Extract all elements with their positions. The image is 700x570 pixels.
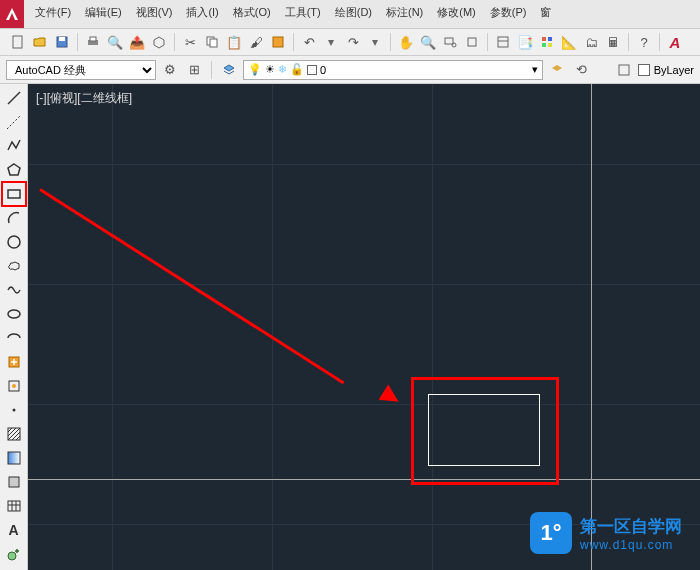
pan-button[interactable]: ✋ [396, 32, 416, 52]
menu-tools[interactable]: 工具(T) [285, 5, 321, 25]
undo-dropdown[interactable]: ▾ [321, 32, 341, 52]
annotation-arrow [39, 188, 344, 384]
viewport-label[interactable]: [-][俯视][二维线框] [36, 90, 132, 107]
workspace-toolbar: AutoCAD 经典 ⚙ ⊞ 💡 ☀ ❄ 🔓 0 ▾ ⟲ [0, 56, 700, 84]
color-button[interactable] [614, 60, 634, 80]
polygon-tool[interactable] [4, 160, 24, 180]
design-center-button[interactable]: 🗂 [581, 32, 601, 52]
text-style-button[interactable]: A [665, 32, 685, 52]
zoom-previous-button[interactable] [462, 32, 482, 52]
watermark-title: 第一区自学网 [580, 515, 682, 538]
new-button[interactable] [8, 32, 28, 52]
paste-button[interactable]: 📋 [224, 32, 244, 52]
ellipse-arc-tool[interactable] [4, 328, 24, 348]
rectangle-tool[interactable] [4, 184, 24, 204]
sun-icon: ☀ [265, 63, 275, 76]
svg-rect-13 [542, 37, 546, 41]
menu-dimension[interactable]: 标注(N) [386, 5, 423, 25]
menu-view[interactable]: 视图(V) [136, 5, 173, 25]
tool-palette-button[interactable] [537, 32, 557, 52]
svg-rect-35 [8, 501, 20, 511]
make-block-tool[interactable] [4, 376, 24, 396]
grid-line [112, 84, 113, 570]
layer-name: 0 [320, 64, 326, 76]
save-button[interactable] [52, 32, 72, 52]
svg-point-25 [12, 384, 16, 388]
watermark: 1° 第一区自学网 www.d1qu.com [530, 512, 682, 554]
sheet-set-button[interactable]: 📑 [515, 32, 535, 52]
zoom-button[interactable]: 🔍 [418, 32, 438, 52]
svg-rect-34 [9, 477, 19, 487]
line-tool[interactable] [4, 88, 24, 108]
revision-cloud-tool[interactable] [4, 256, 24, 276]
match-button[interactable]: 🖌 [246, 32, 266, 52]
calculator-button[interactable]: 🖩 [603, 32, 623, 52]
svg-rect-17 [619, 65, 629, 75]
redo-dropdown[interactable]: ▾ [365, 32, 385, 52]
region-tool[interactable] [4, 472, 24, 492]
workspace-select[interactable]: AutoCAD 经典 [6, 60, 156, 80]
toolbar-separator [628, 33, 629, 51]
properties-button[interactable] [493, 32, 513, 52]
menu-edit[interactable]: 编辑(E) [85, 5, 122, 25]
toolbar-separator [211, 61, 212, 79]
lightbulb-icon: 💡 [248, 63, 262, 76]
svg-rect-15 [542, 43, 546, 47]
point-tool[interactable] [4, 400, 24, 420]
layer-manager-button[interactable] [219, 60, 239, 80]
hatch-tool[interactable] [4, 424, 24, 444]
lock-icon: 🔓 [290, 63, 304, 76]
svg-point-21 [8, 236, 20, 248]
menu-insert[interactable]: 插入(I) [186, 5, 218, 25]
add-selected-tool[interactable] [4, 544, 24, 564]
drawn-rectangle[interactable] [428, 394, 540, 466]
standard-toolbar: 🔍 📤 ✂ 📋 🖌 ↶ ▾ ↷ ▾ ✋ 🔍 📑 📐 🗂 🖩 ? A [0, 28, 700, 56]
menu-file[interactable]: 文件(F) [35, 5, 71, 25]
arc-tool[interactable] [4, 208, 24, 228]
svg-rect-8 [445, 38, 453, 44]
layer-select[interactable]: 💡 ☀ ❄ 🔓 0 ▾ [243, 60, 543, 80]
3d-button[interactable] [149, 32, 169, 52]
toolbar-separator [659, 33, 660, 51]
preview-button[interactable]: 🔍 [105, 32, 125, 52]
copy-button[interactable] [202, 32, 222, 52]
bylayer-checkbox[interactable] [638, 64, 650, 76]
zoom-window-button[interactable] [440, 32, 460, 52]
help-button[interactable]: ? [634, 32, 654, 52]
table-tool[interactable] [4, 496, 24, 516]
svg-rect-10 [468, 38, 476, 46]
redo-button[interactable]: ↷ [343, 32, 363, 52]
workspace-switch-button[interactable]: ⊞ [184, 60, 204, 80]
bylayer-label: ByLayer [654, 64, 694, 76]
markup-button[interactable]: 📐 [559, 32, 579, 52]
ellipse-tool[interactable] [4, 304, 24, 324]
menu-modify[interactable]: 修改(M) [437, 5, 476, 25]
svg-line-19 [7, 115, 21, 129]
drawing-canvas[interactable]: [-][俯视][二维线框] 1° 第一区自学网 www.d1qu.com [28, 84, 700, 570]
menu-window[interactable]: 窗 [540, 5, 551, 25]
layer-states-button[interactable] [547, 60, 567, 80]
insert-block-tool[interactable] [4, 352, 24, 372]
open-button[interactable] [30, 32, 50, 52]
app-logo[interactable] [0, 0, 24, 28]
print-button[interactable] [83, 32, 103, 52]
cut-button[interactable]: ✂ [180, 32, 200, 52]
text-tool[interactable]: A [4, 520, 24, 540]
undo-button[interactable]: ↶ [299, 32, 319, 52]
construction-line-tool[interactable] [4, 112, 24, 132]
layer-previous-button[interactable]: ⟲ [571, 60, 591, 80]
menu-format[interactable]: 格式(O) [233, 5, 271, 25]
svg-line-31 [12, 432, 20, 440]
menu-parametric[interactable]: 参数(P) [490, 5, 527, 25]
polyline-tool[interactable] [4, 136, 24, 156]
gradient-tool[interactable] [4, 448, 24, 468]
block-button[interactable] [268, 32, 288, 52]
svg-point-26 [12, 409, 15, 412]
toolbar-separator [390, 33, 391, 51]
publish-button[interactable]: 📤 [127, 32, 147, 52]
menu-draw[interactable]: 绘图(D) [335, 5, 372, 25]
grid-line [272, 84, 273, 570]
circle-tool[interactable] [4, 232, 24, 252]
workspace-settings-button[interactable]: ⚙ [160, 60, 180, 80]
spline-tool[interactable] [4, 280, 24, 300]
